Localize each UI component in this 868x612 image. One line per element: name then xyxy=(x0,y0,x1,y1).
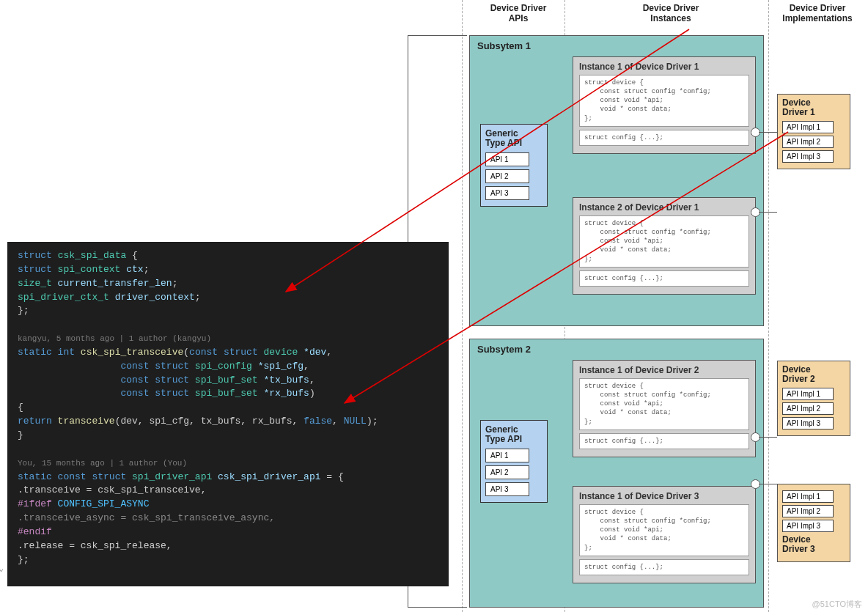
code-text: .transceive_async = csk_spi_transceive_a… xyxy=(18,512,275,523)
code-text: driver_context xyxy=(115,292,195,303)
code-text: return xyxy=(18,416,58,427)
code-text: const xyxy=(189,347,224,358)
code-type: csk_spi_data xyxy=(58,250,127,261)
code-editor: struct csk_spi_data { struct spi_context… xyxy=(7,242,449,586)
code-text: spi_context xyxy=(58,264,121,275)
code-text: static xyxy=(18,347,58,358)
instance-code: struct config {...}; xyxy=(579,559,749,575)
driver-api-impl[interactable]: API Impl 2 xyxy=(782,402,834,415)
driver-api-impl[interactable]: API Impl 3 xyxy=(782,520,834,532)
code-text: }; xyxy=(18,554,29,565)
driver-title: DeviceDriver 3 xyxy=(782,535,845,554)
instance-box: Instance 1 of Device Driver 1 struct dev… xyxy=(573,56,756,154)
connector xyxy=(759,212,777,213)
code-text: NULL xyxy=(344,416,367,427)
code-text: struct xyxy=(224,347,264,358)
generic-api-title: GenericType API xyxy=(485,425,542,444)
code-text: ); xyxy=(367,416,378,427)
code-macro: CONFIG_SPI_ASYNC xyxy=(58,498,150,509)
generic-api-box-2: GenericType API API 1 API 2 API 3 xyxy=(480,420,548,503)
code-text: const xyxy=(120,375,155,386)
code-text: false xyxy=(304,416,332,427)
code-text: csk_spi_driver_api xyxy=(218,471,320,482)
instance-code: struct config {...}; xyxy=(579,130,749,146)
instance-box: Instance 2 of Device Driver 1 struct dev… xyxy=(573,197,756,295)
code-text: int xyxy=(58,347,81,358)
driver-api-impl[interactable]: API Impl 1 xyxy=(782,388,834,400)
instance-box: Instance 1 of Device Driver 3 struct dev… xyxy=(573,486,756,583)
code-text: ; xyxy=(195,292,201,303)
code-text: *rx_bufs xyxy=(263,388,309,399)
driver-title: DeviceDriver 1 xyxy=(782,98,845,117)
code-text: .transceive = csk_spi_transceive, xyxy=(18,484,206,495)
code-text: ; xyxy=(172,278,178,289)
code-text: { xyxy=(126,250,138,261)
api-item[interactable]: API 2 xyxy=(485,169,529,183)
header-apis: Device DriverAPIs xyxy=(478,3,559,23)
subsystem-1-label: Subsytem 1 xyxy=(477,40,531,51)
code-text: struct xyxy=(155,361,195,372)
code-text: spi_config xyxy=(195,361,258,372)
driver-title: DeviceDriver 2 xyxy=(782,365,845,384)
generic-api-title: GenericType API xyxy=(485,129,542,148)
instance-code: struct config {...}; xyxy=(579,433,749,449)
code-kw: struct xyxy=(18,250,52,261)
instance-title: Instance 2 of Device Driver 1 xyxy=(579,202,749,213)
driver-api-impl[interactable]: API Impl 1 xyxy=(782,490,834,503)
driver-api-impl[interactable]: API Impl 3 xyxy=(782,417,834,429)
code-text: struct xyxy=(92,471,132,482)
instance-title: Instance 1 of Device Driver 3 xyxy=(579,491,749,501)
api-item[interactable]: API 1 xyxy=(485,449,529,462)
git-blame-line: You, 15 months ago | 1 author (You) xyxy=(18,459,187,468)
divider xyxy=(768,0,769,612)
instance-box: Instance 1 of Device Driver 2 struct dev… xyxy=(573,360,756,457)
header-instances: Device DriverInstances xyxy=(608,3,733,23)
code-text: ) xyxy=(309,388,315,399)
api-item[interactable]: API 3 xyxy=(485,482,529,496)
code-text: }; xyxy=(18,305,29,316)
code-text: struct xyxy=(155,388,195,399)
code-text: *dev xyxy=(304,347,326,358)
driver-api-impl[interactable]: API Impl 2 xyxy=(782,136,834,148)
fold-chevron-icon[interactable]: ⌄ xyxy=(0,563,4,575)
code-text: device xyxy=(264,347,304,358)
driver-api-impl[interactable]: API Impl 3 xyxy=(782,150,834,163)
api-item[interactable]: API 1 xyxy=(485,152,529,166)
driver-api-impl[interactable]: API Impl 1 xyxy=(782,121,834,133)
code-fn: csk_spi_transceive xyxy=(81,347,183,358)
device-driver-1: DeviceDriver 1 API Impl 1 API Impl 2 API… xyxy=(777,94,850,169)
subsystem-2: Subsytem 2 GenericType API API 1 API 2 A… xyxy=(469,339,764,608)
driver-api-impl[interactable]: API Impl 2 xyxy=(782,505,834,517)
code-text: ( xyxy=(183,347,189,358)
header-impl: Device DriverImplementations xyxy=(773,3,861,23)
code-text: static xyxy=(18,471,58,482)
subsystem-2-label: Subsytem 2 xyxy=(477,344,531,355)
code-text: *spi_cfg xyxy=(258,361,304,372)
code-text xyxy=(212,471,218,482)
api-item[interactable]: API 3 xyxy=(485,186,529,200)
code-text: = { xyxy=(321,471,344,482)
code-text: spi_buf_set xyxy=(195,388,264,399)
device-driver-2: DeviceDriver 2 API Impl 1 API Impl 2 API… xyxy=(777,361,850,436)
code-text: { xyxy=(18,402,23,413)
code-text: , xyxy=(332,416,344,427)
code-text: spi_driver_api xyxy=(132,471,212,482)
code-text: spi_buf_set xyxy=(195,375,264,386)
api-item[interactable]: API 2 xyxy=(485,465,529,479)
instance-title: Instance 1 of Device Driver 2 xyxy=(579,365,749,375)
git-blame-line: kangyu, 5 months ago | 1 author (kangyu) xyxy=(18,334,211,343)
connector xyxy=(759,132,777,133)
instance-title: Instance 1 of Device Driver 1 xyxy=(579,62,749,72)
code-text: ctx xyxy=(120,264,143,275)
watermark: @51CTO博客 xyxy=(812,599,862,610)
code-preproc: #ifdef xyxy=(18,498,58,509)
generic-api-box-1: GenericType API API 1 API 2 API 3 xyxy=(480,124,548,207)
code-preproc: #endif xyxy=(18,526,52,537)
code-text: spi_driver_ctx_t xyxy=(18,292,115,303)
code-text: .release = csk_spi_release, xyxy=(18,540,172,551)
code-text: const xyxy=(120,388,155,399)
instance-code: struct device { const struct config *con… xyxy=(579,378,749,430)
code-text: const xyxy=(120,361,155,372)
code-text: size_t xyxy=(18,278,58,289)
device-driver-3: API Impl 1 API Impl 2 API Impl 3 DeviceD… xyxy=(777,484,850,562)
